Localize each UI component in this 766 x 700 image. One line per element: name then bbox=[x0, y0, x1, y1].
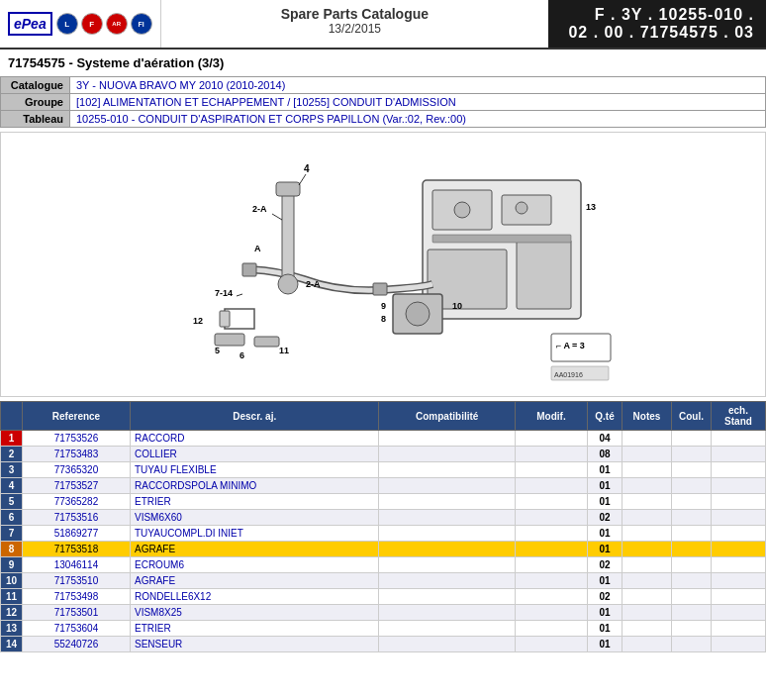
row-number: 4 bbox=[1, 478, 23, 494]
svg-text:12: 12 bbox=[193, 316, 203, 326]
parts-table: Reference Descr. aj. Compatibilité Modif… bbox=[0, 401, 766, 652]
row-description: RACCORD bbox=[130, 431, 379, 447]
row-number: 6 bbox=[1, 510, 23, 526]
row-ech bbox=[712, 589, 766, 605]
row-coul bbox=[672, 621, 712, 637]
col-coul: Coul. bbox=[672, 402, 712, 431]
col-num bbox=[1, 402, 23, 431]
row-notes bbox=[622, 478, 672, 494]
row-reference[interactable]: 71753510 bbox=[23, 573, 131, 589]
row-ech bbox=[712, 494, 766, 510]
row-reference[interactable]: 71753526 bbox=[23, 431, 131, 447]
row-reference[interactable]: 71753498 bbox=[23, 589, 131, 605]
row-reference[interactable]: 71753604 bbox=[23, 621, 131, 637]
row-notes bbox=[622, 526, 672, 542]
row-compatibility bbox=[379, 573, 515, 589]
row-coul bbox=[672, 589, 712, 605]
table-row: 1271753501VISM8X2501 bbox=[1, 605, 766, 621]
row-qty: 01 bbox=[588, 605, 622, 621]
row-description: VISM6X60 bbox=[130, 510, 379, 526]
col-reference: Reference bbox=[23, 402, 131, 431]
row-reference[interactable]: 71753518 bbox=[23, 542, 131, 557]
row-modif bbox=[515, 589, 587, 605]
table-row: 471753527RACCORDSPOLA MINIMO01 bbox=[1, 478, 766, 494]
row-coul bbox=[672, 637, 712, 652]
col-modif: Modif. bbox=[515, 402, 587, 431]
row-ech bbox=[712, 605, 766, 621]
info-row-catalogue: Catalogue 3Y - NUOVA BRAVO MY 2010 (2010… bbox=[1, 77, 766, 94]
row-compatibility bbox=[379, 526, 515, 542]
row-description: VISM8X25 bbox=[130, 605, 379, 621]
row-compatibility bbox=[379, 605, 515, 621]
row-qty: 02 bbox=[588, 589, 622, 605]
row-description: RONDELLE6X12 bbox=[130, 589, 379, 605]
svg-rect-9 bbox=[276, 182, 300, 196]
alfaromeo-icon: AR bbox=[106, 13, 128, 35]
svg-line-21 bbox=[272, 214, 282, 220]
row-ech bbox=[712, 462, 766, 478]
row-reference[interactable]: 71753527 bbox=[23, 478, 131, 494]
row-description: ETRIER bbox=[130, 621, 379, 637]
row-reference[interactable]: 77365282 bbox=[23, 494, 131, 510]
svg-point-15 bbox=[406, 302, 430, 326]
row-coul bbox=[672, 462, 712, 478]
row-modif bbox=[515, 605, 587, 621]
row-reference[interactable]: 13046114 bbox=[23, 557, 131, 573]
svg-line-25 bbox=[237, 294, 242, 296]
col-compat: Compatibilité bbox=[379, 402, 515, 431]
row-qty: 01 bbox=[588, 494, 622, 510]
row-modif bbox=[515, 447, 587, 462]
svg-text:AA01916: AA01916 bbox=[554, 371, 583, 378]
tableau-value: 10255-010 - CONDUIT D'ASPIRATION ET CORP… bbox=[70, 111, 766, 128]
header-title-section: Spare Parts Catalogue 13/2/2015 bbox=[161, 0, 548, 48]
row-ech bbox=[712, 637, 766, 652]
row-compatibility bbox=[379, 431, 515, 447]
row-modif bbox=[515, 573, 587, 589]
svg-text:13: 13 bbox=[586, 202, 596, 212]
row-description: AGRAFE bbox=[130, 542, 379, 557]
catalogue-date: 13/2/2015 bbox=[167, 22, 542, 36]
row-notes bbox=[622, 494, 672, 510]
svg-text:11: 11 bbox=[279, 346, 289, 355]
table-row: 377365320TUYAU FLEXIBLE01 bbox=[1, 462, 766, 478]
svg-text:⌐ A = 3: ⌐ A = 3 bbox=[556, 341, 585, 350]
row-ech bbox=[712, 510, 766, 526]
row-compatibility bbox=[379, 542, 515, 557]
row-modif bbox=[515, 478, 587, 494]
table-row: 1455240726SENSEUR01 bbox=[1, 637, 766, 652]
parts-diagram: 4 2-A A 2-A 7-14 12 5 6 11 9 8 10 13 ⌐ A… bbox=[126, 141, 640, 388]
row-ech bbox=[712, 542, 766, 557]
logo-section: ePea L F AR FI bbox=[0, 0, 161, 48]
row-coul bbox=[672, 542, 712, 557]
row-reference[interactable]: 77365320 bbox=[23, 462, 131, 478]
row-coul bbox=[672, 605, 712, 621]
row-ech bbox=[712, 621, 766, 637]
system-title: 71754575 - Systeme d'aération (3/3) bbox=[0, 50, 766, 76]
row-qty: 01 bbox=[588, 621, 622, 637]
row-description: TUYAUCOMPL.DI INIET bbox=[130, 526, 379, 542]
row-reference[interactable]: 55240726 bbox=[23, 637, 131, 652]
svg-point-6 bbox=[516, 202, 527, 214]
svg-rect-8 bbox=[282, 190, 294, 279]
svg-rect-17 bbox=[254, 337, 279, 347]
row-reference[interactable]: 51869277 bbox=[23, 526, 131, 542]
svg-text:7-14: 7-14 bbox=[215, 288, 233, 298]
svg-text:4: 4 bbox=[304, 163, 310, 174]
row-coul bbox=[672, 447, 712, 462]
row-modif bbox=[515, 526, 587, 542]
ref-line2: 02 . 00 . 71754575 . 03 bbox=[568, 24, 754, 42]
table-row: 1071753510AGRAFE01 bbox=[1, 573, 766, 589]
row-notes bbox=[622, 510, 672, 526]
svg-point-5 bbox=[454, 202, 470, 218]
row-reference[interactable]: 71753483 bbox=[23, 447, 131, 462]
row-reference[interactable]: 71753516 bbox=[23, 510, 131, 526]
row-compatibility bbox=[379, 557, 515, 573]
row-coul bbox=[672, 510, 712, 526]
row-reference[interactable]: 71753501 bbox=[23, 605, 131, 621]
row-number: 9 bbox=[1, 557, 23, 573]
row-number: 3 bbox=[1, 462, 23, 478]
row-modif bbox=[515, 494, 587, 510]
row-description: SENSEUR bbox=[130, 637, 379, 652]
table-header-row: Reference Descr. aj. Compatibilité Modif… bbox=[1, 402, 766, 431]
page-header: ePea L F AR FI Spare Parts Catalogue 13/… bbox=[0, 0, 766, 50]
